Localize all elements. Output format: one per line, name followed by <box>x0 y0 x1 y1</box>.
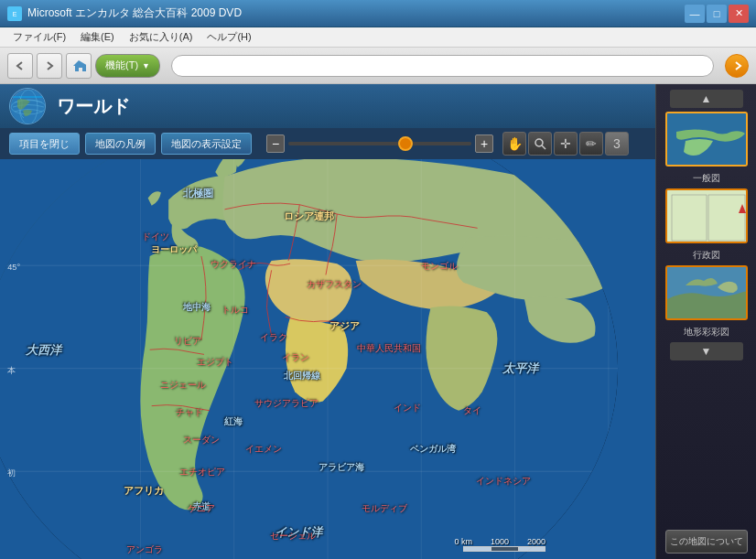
zoom-thumb <box>398 136 413 151</box>
menu-file[interactable]: ファイル(F) <box>7 28 71 46</box>
zoom-out-button[interactable]: − <box>266 134 285 153</box>
zoom-in-button[interactable]: + <box>475 134 493 153</box>
map-title: ワールド <box>57 94 130 119</box>
map-tools: ✋ ✛ ✏ 3 <box>502 132 629 156</box>
scale-bar: 0 km 1000 2000 <box>454 537 545 552</box>
svg-text:本: 本 <box>7 366 16 375</box>
menu-favorites[interactable]: お気に入り(A) <box>124 28 199 46</box>
back-button[interactable] <box>7 53 33 79</box>
map-type-3-preview <box>667 267 746 318</box>
scale-seg-1 <box>463 546 491 552</box>
zoom-tool-button[interactable] <box>528 132 552 156</box>
svg-point-2 <box>11 90 46 124</box>
feature-button[interactable]: 機能(T) ▼ <box>95 54 160 78</box>
app-icon: E <box>7 6 22 21</box>
map-type-1-thumbnail[interactable] <box>665 112 748 167</box>
title-bar-left: E Microsoft エンカルタ 総合大百科 2009 DVD <box>7 5 242 21</box>
svg-point-6 <box>535 139 543 146</box>
tab-close-item[interactable]: 項目を閉じ <box>9 133 80 155</box>
dropdown-arrow-icon: ▼ <box>142 61 150 70</box>
minimize-button[interactable]: — <box>685 5 705 23</box>
maximize-button[interactable]: □ <box>707 5 727 23</box>
scale-seg-3 <box>518 546 545 552</box>
svg-text:初: 初 <box>7 468 16 478</box>
scale-label-2000: 2000 <box>527 537 545 546</box>
globe-icon <box>9 88 46 124</box>
tab-display-settings[interactable]: 地図の表示設定 <box>161 133 252 155</box>
svg-line-7 <box>542 145 545 149</box>
map-type-1-preview <box>667 113 746 165</box>
map-type-2-label: 行政図 <box>693 249 720 262</box>
tab-legend[interactable]: 地図の凡例 <box>85 133 156 155</box>
scale-seg-2 <box>491 546 518 552</box>
map-panel: ワールド 項目を閉じ 地図の凡例 地図の表示設定 − + ✋ ✛ <box>0 84 655 559</box>
map-type-2-thumbnail[interactable] <box>665 188 748 243</box>
window-title: Microsoft エンカルタ 総合大百科 2009 DVD <box>27 5 242 21</box>
svg-rect-32 <box>667 190 748 243</box>
menu-bar: ファイル(F) 編集(E) お気に入り(A) ヘルプ(H) <box>0 27 756 48</box>
svg-text:45°: 45° <box>7 263 20 272</box>
title-bar: E Microsoft エンカルタ 総合大百科 2009 DVD — □ ✕ <box>0 0 756 27</box>
number-tool-button[interactable]: 3 <box>605 132 629 156</box>
main-content: ワールド 項目を閉じ 地図の凡例 地図の表示設定 − + ✋ ✛ <box>0 84 756 559</box>
right-panel: ▲ 一般図 <box>655 84 756 559</box>
move-tool-button[interactable]: ✛ <box>554 132 578 156</box>
menu-edit[interactable]: 編集(E) <box>75 28 120 46</box>
map-tabs: 項目を閉じ 地図の凡例 地図の表示設定 − + ✋ ✛ ✏ 3 <box>0 128 655 159</box>
svg-text:E: E <box>13 11 17 17</box>
forward-button[interactable] <box>37 53 62 79</box>
search-go-button[interactable] <box>725 54 749 78</box>
close-button[interactable]: ✕ <box>729 5 749 23</box>
scale-labels: 0 km 1000 2000 <box>454 537 545 546</box>
zoom-slider[interactable] <box>288 142 471 145</box>
map-type-1-label: 一般図 <box>693 172 720 185</box>
home-button[interactable] <box>66 53 92 79</box>
map-svg: 45° 本 初 15° 30° 60° 75° 90° 60° 135° 45° <box>0 159 655 559</box>
feature-label: 機能(T) <box>105 59 138 72</box>
hand-tool-button[interactable]: ✋ <box>502 132 526 156</box>
window-controls: — □ ✕ <box>685 5 749 23</box>
draw-tool-button[interactable]: ✏ <box>579 132 603 156</box>
menu-help[interactable]: ヘルプ(H) <box>201 28 256 46</box>
map-type-3-thumbnail[interactable] <box>665 265 748 320</box>
map-type-2-preview <box>667 190 746 242</box>
scale-line <box>463 546 545 552</box>
scale-label-1000: 1000 <box>491 537 509 546</box>
map-type-3-label: 地形彩彩図 <box>684 326 729 339</box>
toolbar: 機能(T) ▼ <box>0 48 756 84</box>
map-area[interactable]: 45° 本 初 15° 30° 60° 75° 90° 60° 135° 45°… <box>0 159 655 559</box>
map-info-button[interactable]: この地図について <box>665 530 748 554</box>
map-header: ワールド <box>0 84 655 128</box>
search-input[interactable] <box>171 55 714 77</box>
panel-up-button[interactable]: ▲ <box>670 90 743 108</box>
scale-label-0: 0 km <box>454 537 472 546</box>
panel-down-button[interactable]: ▼ <box>670 342 743 360</box>
zoom-control: − + <box>266 134 493 153</box>
